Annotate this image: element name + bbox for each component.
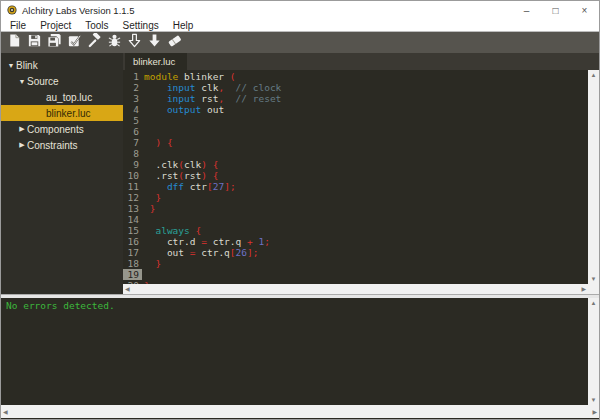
code-line[interactable]: 5	[123, 115, 588, 126]
menu-settings[interactable]: Settings	[116, 20, 166, 31]
code-line[interactable]: 16 ctr.d = ctr.q + 1;	[123, 236, 588, 247]
code-line[interactable]: 4 output out	[123, 104, 588, 115]
check-errors-icon	[67, 33, 82, 52]
console-message: No errors detected.	[6, 300, 115, 311]
scroll-left-icon[interactable]: ◀	[123, 284, 132, 294]
console-panel: No errors detected.	[1, 298, 588, 405]
bottom-edge	[1, 418, 599, 419]
code-editor[interactable]: 1module blinker (2 input clk, // clock3 …	[123, 70, 588, 284]
close-button[interactable]: ×	[570, 1, 599, 19]
code-line[interactable]: 3 input rst, // reset	[123, 93, 588, 104]
line-text: output out	[142, 104, 224, 115]
app-window: Alchitry Labs Version 1.1.5 –□× FileProj…	[0, 0, 600, 420]
program-flash-icon	[127, 33, 142, 52]
new-file-icon	[7, 33, 22, 52]
code-line[interactable]: 6	[123, 126, 588, 137]
code-line[interactable]: 18 }	[123, 258, 588, 269]
tree-item-blink[interactable]: ▼Blink	[1, 57, 123, 73]
line-text: module blinker (	[142, 71, 236, 82]
tree-item-label: Constraints	[27, 140, 78, 151]
code-line[interactable]: 2 input clk, // clock	[123, 82, 588, 93]
console-horizontal-scrollbar[interactable]: ◀ ▶	[1, 405, 599, 418]
scroll-up-icon[interactable]: ▲	[589, 70, 599, 80]
menu-tools[interactable]: Tools	[78, 20, 115, 31]
build-button[interactable]	[84, 33, 104, 52]
save-all-button[interactable]	[44, 33, 64, 52]
window-title: Alchitry Labs Version 1.1.5	[22, 5, 134, 16]
code-line[interactable]: 11 dff ctr[27];	[123, 181, 588, 192]
line-text	[142, 214, 144, 225]
code-line[interactable]: 7 ) {	[123, 137, 588, 148]
tree-expanded-icon[interactable]: ▼	[6, 62, 16, 69]
line-text: .clk(clk) {	[142, 159, 218, 170]
tree-item-au-top-luc[interactable]: au_top.luc	[1, 89, 123, 105]
line-number: 15	[123, 225, 142, 236]
project-tree: ▼Blink▼Sourceau_top.lucblinker.luc▶Compo…	[1, 53, 123, 294]
menu-bar: FileProjectToolsSettingsHelp	[1, 19, 599, 32]
tree-item-blinker-luc[interactable]: blinker.luc	[1, 105, 123, 121]
tree-item-constraints[interactable]: ▶Constraints	[1, 137, 123, 153]
line-text	[142, 126, 144, 137]
line-text	[142, 115, 144, 126]
scroll-down-icon[interactable]: ▼	[589, 274, 599, 284]
maximize-button[interactable]: □	[541, 1, 570, 19]
code-line[interactable]: 12 }	[123, 192, 588, 203]
minimize-button[interactable]: –	[512, 1, 541, 19]
editor-tab-bar: blinker.luc	[123, 53, 599, 70]
tree-item-components[interactable]: ▶Components	[1, 121, 123, 137]
line-number: 18	[123, 258, 142, 269]
tree-collapsed-icon[interactable]: ▶	[17, 125, 27, 133]
line-number: 17	[123, 247, 142, 258]
erase-button[interactable]	[164, 33, 184, 52]
menu-file[interactable]: File	[3, 20, 33, 31]
scrollbar-corner	[588, 284, 599, 294]
tab-blinker-luc[interactable]: blinker.luc	[125, 53, 187, 70]
code-line[interactable]: 9 .clk(clk) {	[123, 159, 588, 170]
program-flash-button[interactable]	[124, 33, 144, 52]
editor-panel: blinker.luc 1module blinker (2 input clk…	[123, 53, 599, 294]
console-vertical-scrollbar[interactable]: ▲ ▼	[588, 298, 599, 405]
save-button[interactable]	[24, 33, 44, 52]
toolbar	[1, 32, 599, 53]
tree-item-source[interactable]: ▼Source	[1, 73, 123, 89]
tree-item-label: Source	[27, 76, 59, 87]
code-line[interactable]: 15 always {	[123, 225, 588, 236]
erase-icon	[167, 33, 182, 52]
save-all-icon	[47, 33, 62, 52]
code-line[interactable]: 17 out = ctr.q[26];	[123, 247, 588, 258]
new-file-button[interactable]	[4, 33, 24, 52]
line-text: }	[142, 258, 161, 269]
title-bar: Alchitry Labs Version 1.1.5 –□×	[1, 1, 599, 19]
tree-collapsed-icon[interactable]: ▶	[17, 141, 27, 149]
code-line[interactable]: 13 }	[123, 203, 588, 214]
code-line[interactable]: 8	[123, 148, 588, 159]
scroll-left-icon[interactable]: ◀	[1, 407, 10, 417]
scroll-up-icon[interactable]: ▲	[589, 298, 599, 308]
line-number: 1	[123, 71, 142, 82]
code-line[interactable]: 10 .rst(rst) {	[123, 170, 588, 181]
code-line[interactable]: 1module blinker (	[123, 71, 588, 82]
menu-project[interactable]: Project	[33, 20, 78, 31]
program-permanent-button[interactable]	[144, 33, 164, 52]
line-text	[142, 148, 144, 159]
line-number: 8	[123, 148, 142, 159]
line-number: 12	[123, 192, 142, 203]
line-text: out = ctr.q[26];	[142, 247, 258, 258]
code-line[interactable]: 19	[123, 269, 588, 280]
line-text: ctr.d = ctr.q + 1;	[142, 236, 270, 247]
check-errors-button[interactable]	[64, 33, 84, 52]
scroll-right-icon[interactable]: ▶	[579, 284, 588, 294]
window-controls: –□×	[512, 1, 599, 19]
editor-vertical-scrollbar[interactable]: ▲ ▼	[588, 70, 599, 284]
menu-help[interactable]: Help	[166, 20, 201, 31]
scroll-right-icon[interactable]: ▶	[590, 407, 599, 417]
line-number: 16	[123, 236, 142, 247]
scroll-down-icon[interactable]: ▼	[589, 395, 599, 405]
code-line[interactable]: 14	[123, 214, 588, 225]
debug-button[interactable]	[104, 33, 124, 52]
editor-horizontal-scrollbar[interactable]: ◀ ▶	[123, 284, 588, 294]
line-number: 6	[123, 126, 142, 137]
tree-expanded-icon[interactable]: ▼	[17, 78, 27, 85]
line-text: }	[142, 203, 155, 214]
line-number: 11	[123, 181, 142, 192]
